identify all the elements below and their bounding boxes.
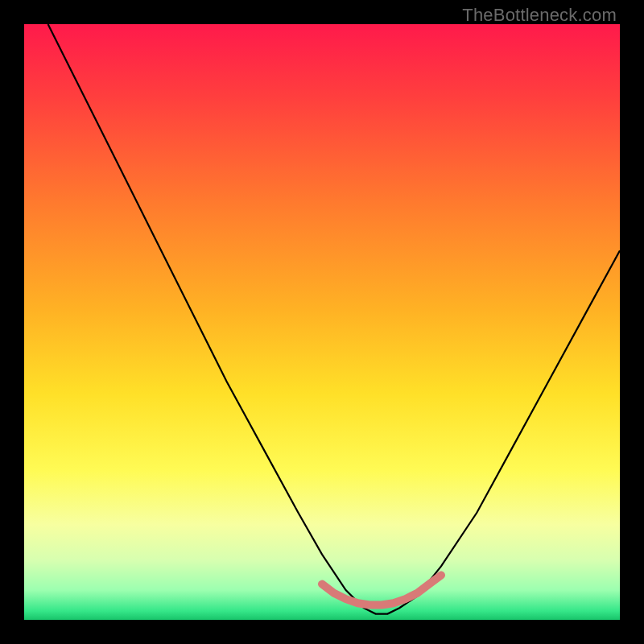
plot-area <box>24 24 620 620</box>
curve-layer <box>24 24 620 620</box>
chart-stage: TheBottleneck.com <box>0 0 644 644</box>
bottleneck-curve <box>48 24 620 614</box>
watermark-text: TheBottleneck.com <box>462 5 617 26</box>
